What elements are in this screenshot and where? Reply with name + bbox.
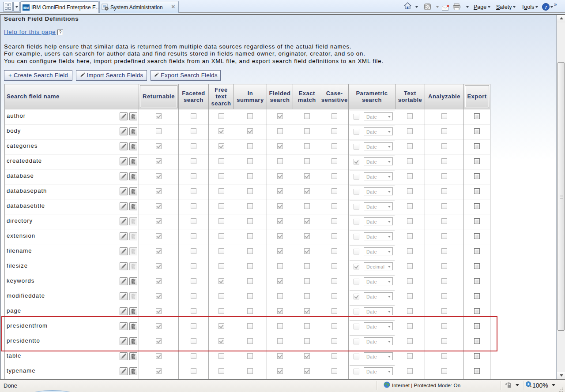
svg-text:IBM: IBM bbox=[23, 6, 29, 9]
svg-text:?: ? bbox=[545, 4, 547, 10]
